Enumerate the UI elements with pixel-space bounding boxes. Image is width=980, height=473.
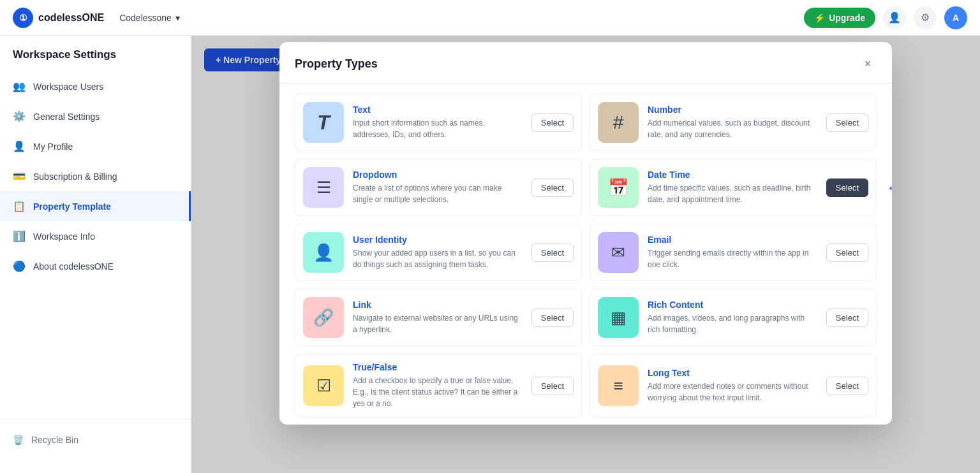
upgrade-label: Upgrade xyxy=(829,13,865,23)
number-type-select-button[interactable]: Select xyxy=(826,113,868,132)
modal-title: Property Types xyxy=(295,57,378,71)
dropdown-type-desc: Create a list of options where you can m… xyxy=(353,182,523,205)
selection-arrow-indicator: ← xyxy=(886,178,892,196)
email-type-select-button[interactable]: Select xyxy=(826,244,868,262)
navbar: ① codelessONE Codelessone ▾ ⚡ Upgrade 👤 … xyxy=(0,0,980,36)
sidebar-item-label: About codelessONE xyxy=(33,261,114,272)
modal-header: Property Types × xyxy=(279,42,892,84)
dropdown-type-icon: ☰ xyxy=(303,167,344,208)
recycle-bin-label: Recycle Bin xyxy=(31,435,78,445)
datetime-type-name: Date Time xyxy=(648,170,817,180)
users-icon: 👥 xyxy=(13,80,26,92)
true-false-type-select-button[interactable]: Select xyxy=(531,377,574,395)
property-type-user-identity: 👤 User Identity Show your added app user… xyxy=(295,224,582,281)
rich-content-type-info: Rich Content Add images, videos, and lon… xyxy=(648,300,817,335)
text-type-icon: T xyxy=(303,102,344,143)
sidebar-item-subscription-billing[interactable]: 💳 Subscription & Billing xyxy=(0,161,191,191)
number-type-name: Number xyxy=(648,105,817,115)
text-type-name: Text xyxy=(353,105,523,115)
navbar-right: ⚡ Upgrade 👤 ⚙ A xyxy=(804,6,967,29)
logo: ① codelessONE xyxy=(13,8,104,28)
link-type-name: Link xyxy=(353,300,523,310)
rich-content-type-name: Rich Content xyxy=(648,300,817,310)
text-type-select-button[interactable]: Select xyxy=(531,113,574,132)
dropdown-type-info: Dropdown Create a list of options where … xyxy=(353,170,523,205)
long-text-type-icon: ≡ xyxy=(598,365,639,406)
sidebar-item-label: General Settings xyxy=(33,112,100,122)
link-type-desc: Navigate to external websites or any URL… xyxy=(353,312,523,335)
email-type-name: Email xyxy=(648,235,817,245)
property-type-datetime: 📅 Date Time Add time specific values, su… xyxy=(590,159,877,216)
sidebar-item-workspace-info[interactable]: ℹ️ Workspace Info xyxy=(0,221,191,251)
profile-icon: 👤 xyxy=(13,140,26,152)
datetime-type-desc: Add time specific values, such as deadli… xyxy=(648,182,817,205)
long-text-type-desc: Add more extended notes or comments with… xyxy=(648,381,817,404)
link-type-info: Link Navigate to external websites or an… xyxy=(353,300,523,335)
navbar-left: ① codelessONE Codelessone ▾ xyxy=(13,8,185,28)
settings-icon-button[interactable]: ⚙ xyxy=(914,6,937,29)
billing-icon: 💳 xyxy=(13,170,26,182)
link-type-select-button[interactable]: Select xyxy=(531,309,574,327)
datetime-type-icon: 📅 xyxy=(598,167,639,208)
sidebar-item-label: Subscription & Billing xyxy=(33,171,117,182)
text-type-desc: Input short information such as names, a… xyxy=(353,117,523,140)
sidebar-item-property-template[interactable]: 📋 Property Template xyxy=(0,191,191,221)
chevron-down-icon: ▾ xyxy=(175,13,180,23)
sidebar-title: Workspace Settings xyxy=(0,48,191,71)
property-types-grid: T Text Input short information such as n… xyxy=(295,94,877,425)
property-type-text: T Text Input short information such as n… xyxy=(295,94,582,151)
sidebar-item-workspace-users[interactable]: 👥 Workspace Users xyxy=(0,71,191,101)
property-type-email: ✉ Email Trigger sending emails directly … xyxy=(590,224,877,281)
email-type-icon: ✉ xyxy=(598,232,639,273)
true-false-type-name: True/False xyxy=(353,362,523,372)
modal-body[interactable]: T Text Input short information such as n… xyxy=(279,84,892,425)
datetime-type-info: Date Time Add time specific values, such… xyxy=(648,170,817,205)
number-type-icon: # xyxy=(598,102,639,143)
upgrade-button[interactable]: ⚡ Upgrade xyxy=(804,8,875,28)
email-type-desc: Trigger sending emails directly within t… xyxy=(648,247,817,270)
modal-overlay: Property Types × T Text Input short inf xyxy=(191,36,980,473)
dropdown-type-select-button[interactable]: Select xyxy=(531,178,574,197)
sidebar-item-label: Workspace Users xyxy=(33,82,103,92)
property-types-modal: Property Types × T Text Input short inf xyxy=(279,42,892,425)
recycle-bin-icon: 🗑️ xyxy=(13,435,24,445)
rich-content-type-desc: Add images, videos, and long paragraphs … xyxy=(648,312,817,335)
template-icon: 📋 xyxy=(13,200,26,212)
user-identity-type-info: User Identity Show your added app users … xyxy=(353,235,523,270)
modal-close-button[interactable]: × xyxy=(859,55,877,73)
rich-content-type-icon: ▦ xyxy=(598,297,639,338)
workspace-selector[interactable]: Codelessone ▾ xyxy=(114,10,185,25)
info-icon: ℹ️ xyxy=(13,230,26,242)
sidebar: Workspace Settings 👥 Workspace Users ⚙️ … xyxy=(0,36,191,473)
logo-icon: ① xyxy=(13,8,33,28)
property-type-long-text: ≡ Long Text Add more extended notes or c… xyxy=(590,354,877,418)
about-icon: 🔵 xyxy=(13,260,26,272)
upgrade-icon: ⚡ xyxy=(814,13,825,23)
property-type-number: # Number Add numerical values, such as b… xyxy=(590,94,877,151)
long-text-type-select-button[interactable]: Select xyxy=(826,377,868,395)
recycle-bin-item[interactable]: 🗑️ Recycle Bin xyxy=(13,430,178,450)
sidebar-item-about[interactable]: 🔵 About codelessONE xyxy=(0,251,191,281)
avatar[interactable]: A xyxy=(944,6,967,29)
link-type-icon: 🔗 xyxy=(303,297,344,338)
logo-text: codelessONE xyxy=(38,12,104,24)
email-type-info: Email Trigger sending emails directly wi… xyxy=(648,235,817,270)
datetime-type-select-button[interactable]: Select xyxy=(826,178,868,197)
property-type-rich-content: ▦ Rich Content Add images, videos, and l… xyxy=(590,289,877,346)
content-area: + New Property Template Property Types × xyxy=(191,36,980,473)
sidebar-item-general-settings[interactable]: ⚙️ General Settings xyxy=(0,101,191,131)
sidebar-item-my-profile[interactable]: 👤 My Profile xyxy=(0,131,191,161)
property-type-true-false: ☑ True/False Add a checkbox to specify a… xyxy=(295,354,582,418)
property-type-link: 🔗 Link Navigate to external websites or … xyxy=(295,289,582,346)
user-identity-type-select-button[interactable]: Select xyxy=(531,244,574,262)
number-type-info: Number Add numerical values, such as bud… xyxy=(648,105,817,140)
rich-content-type-select-button[interactable]: Select xyxy=(826,309,868,327)
sidebar-bottom: 🗑️ Recycle Bin xyxy=(0,419,191,460)
true-false-type-desc: Add a checkbox to specify a true or fals… xyxy=(353,375,523,409)
number-type-desc: Add numerical values, such as budget, di… xyxy=(648,117,817,140)
user-identity-type-desc: Show your added app users in a list, so … xyxy=(353,247,523,270)
long-text-type-info: Long Text Add more extended notes or com… xyxy=(648,368,817,404)
property-type-dropdown: ☰ Dropdown Create a list of options wher… xyxy=(295,159,582,216)
text-type-info: Text Input short information such as nam… xyxy=(353,105,523,140)
users-icon-button[interactable]: 👤 xyxy=(883,6,906,29)
